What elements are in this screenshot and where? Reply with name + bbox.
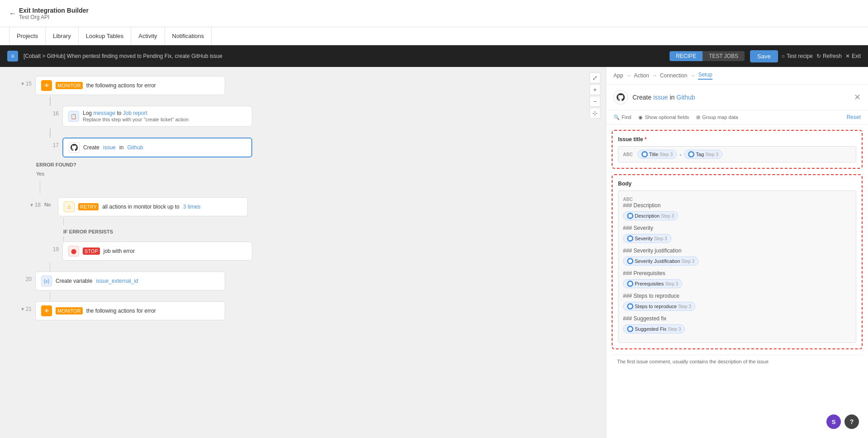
save-button[interactable]: Save	[750, 50, 778, 62]
yes-branch-label: Yes	[36, 171, 44, 176]
message-link[interactable]: message	[93, 110, 115, 116]
panel-content: Issue title ABC Title Step 3 - Tag Step …	[606, 124, 868, 438]
panel-toolbar: 🔍 Find ◉ Show optional fields ⊞ Group ma…	[606, 110, 868, 124]
reset-button[interactable]: Reset	[847, 114, 861, 120]
recipe-toggle[interactable]: RECIPE TEST JOBS	[670, 51, 745, 61]
nav-lookup-tables[interactable]: Lookup Tables	[79, 27, 132, 45]
zoom-out-icon[interactable]: −	[590, 96, 600, 107]
test-recipe-button[interactable]: ○ Test recipe	[782, 53, 813, 59]
monitor-icon-21: 👁	[41, 305, 52, 316]
breadcrumb-action[interactable]: Action	[634, 72, 649, 79]
tag-pill-text: Tag	[696, 152, 704, 157]
tag-pill[interactable]: Tag Step 3	[684, 150, 722, 159]
nav-projects[interactable]: Projects	[9, 27, 46, 45]
recipe-icon: ≡	[7, 51, 18, 62]
group-map-label: Group map data	[702, 114, 738, 120]
back-button[interactable]: ← Exit Integration Builder Test Org API	[9, 7, 89, 20]
step-card-20[interactable]: {x} Create variable issue_external_id	[35, 271, 225, 290]
workflow: ▾ 15 👁 MONITOR the following actions for…	[0, 67, 606, 438]
test-icon: ○	[782, 53, 785, 59]
fullscreen-icon[interactable]: ⤢	[590, 72, 600, 83]
step-num-18: ▾ 18	[27, 197, 41, 208]
description-heading: ### Description	[623, 202, 851, 209]
stop-label: STOP	[83, 248, 100, 255]
help-badge[interactable]: ?	[844, 414, 859, 429]
description-pill[interactable]: Description Step 3	[623, 211, 678, 220]
avatar-badge: S	[826, 414, 841, 429]
nav-activity[interactable]: Activity	[131, 27, 165, 45]
steps-heading: ### Steps to reproduce	[623, 293, 851, 299]
desc-pill-step: Step 3	[661, 214, 674, 219]
tag-pill-icon	[688, 151, 694, 157]
variable-icon-20: {x}	[41, 276, 52, 286]
suggested-pill[interactable]: Suggested Fix Step 3	[623, 324, 685, 333]
optional-label: Show optional fields	[645, 114, 689, 120]
monitor-label-21: MONITOR	[56, 307, 83, 314]
find-label: Find	[622, 114, 631, 120]
severity-row: Severity Step 3	[623, 234, 851, 243]
step-card-18[interactable]: ⚠ RETRY all actions in monitor block up …	[58, 197, 248, 216]
body-input[interactable]: ABC ### Description Description Step 3 #…	[618, 190, 856, 343]
step-card-17[interactable]: Create issue in Github	[62, 138, 252, 157]
panel-breadcrumb: App → Action → Connection → Setup	[606, 67, 868, 85]
breadcrumb-arrow-3: →	[690, 72, 695, 79]
step-card-16[interactable]: 📋 Log message to Job report Replace this…	[62, 106, 252, 127]
refresh-icon: ↻	[816, 53, 821, 59]
title-pill[interactable]: Title Step 3	[637, 150, 677, 159]
stop-icon-19: ⬤	[68, 246, 79, 257]
steps-pill[interactable]: Steps to reproduce Step 3	[623, 302, 695, 311]
sug-pill-step: Step 3	[668, 327, 681, 332]
issue-title-label: Issue title	[618, 136, 856, 143]
breadcrumb-app[interactable]: App	[613, 72, 623, 79]
right-panel: App → Action → Connection → Setup Create…	[606, 67, 868, 438]
exit-label: Exit Integration Builder	[19, 7, 89, 14]
nav-library[interactable]: Library	[46, 27, 79, 45]
find-button[interactable]: 🔍 Find	[613, 114, 631, 120]
panel-title: Create issue in Github	[632, 94, 695, 101]
yes-branch: Yes	[36, 169, 44, 194]
issue-title-input[interactable]: ABC Title Step 3 - Tag Step 3	[618, 146, 856, 162]
times-link[interactable]: 3 times	[183, 204, 201, 210]
variable-link[interactable]: issue_external_id	[96, 278, 138, 284]
recipe-tab[interactable]: RECIPE	[670, 51, 703, 61]
connector-18-if	[63, 218, 588, 225]
jobreport-link[interactable]: Job report	[123, 110, 147, 116]
monitor-icon-15: 👁	[41, 80, 52, 91]
step-row-18: ▾ 18 No ⚠ RETRY all actions in monitor b…	[27, 197, 588, 216]
sev-pill-icon	[627, 235, 633, 242]
optional-icon: ◉	[638, 114, 643, 120]
test-jobs-tab[interactable]: TEST JOBS	[703, 51, 745, 61]
optional-fields-button[interactable]: ◉ Show optional fields	[638, 114, 689, 120]
breadcrumb-connection[interactable]: Connection	[660, 72, 688, 79]
step-card-21[interactable]: 👁 MONITOR the following actions for erro…	[35, 301, 225, 320]
in-label: in	[119, 144, 123, 151]
refresh-button[interactable]: ↻ Refresh	[816, 53, 842, 59]
create-text: Create	[632, 94, 651, 101]
back-arrow-icon: ←	[9, 10, 16, 18]
if-error-persists-label: IF ERROR PERSISTS	[63, 229, 588, 234]
severity-pill[interactable]: Severity Step 3	[623, 234, 671, 243]
retry-icon-18: ⚠	[64, 201, 75, 212]
panel-title-bar: Create issue in Github ✕	[606, 85, 868, 110]
exit-button[interactable]: ✕ Exit	[845, 53, 861, 59]
fit-icon[interactable]: ⊹	[590, 108, 600, 119]
prereq-row: Prerequisites Step 3	[623, 279, 851, 288]
step-card-15[interactable]: 👁 MONITOR the following actions for erro…	[35, 76, 225, 95]
find-icon: 🔍	[613, 114, 620, 120]
github-link[interactable]: Github	[127, 144, 143, 151]
issue-link[interactable]: issue	[103, 144, 116, 151]
sug-pill-text: Suggested Fix	[635, 326, 666, 332]
str-pill-step: Step 3	[678, 304, 691, 309]
title-pill-step: Step 3	[660, 152, 673, 157]
sev-just-pill[interactable]: Severity Justification Step 3	[623, 257, 698, 266]
sev-just-row: Severity Justification Step 3	[623, 257, 851, 266]
nav-notifications[interactable]: Notifications	[165, 27, 212, 45]
panel-close-button[interactable]: ✕	[854, 92, 861, 102]
connector-19-20	[50, 262, 588, 271]
step-card-19[interactable]: ⬤ STOP job with error	[62, 242, 252, 261]
github-icon-17	[69, 142, 80, 153]
breadcrumb-setup[interactable]: Setup	[698, 71, 712, 80]
prereq-pill[interactable]: Prerequisites Step 3	[623, 279, 682, 288]
zoom-in-icon[interactable]: +	[590, 84, 600, 95]
group-map-button[interactable]: ⊞ Group map data	[696, 114, 738, 120]
